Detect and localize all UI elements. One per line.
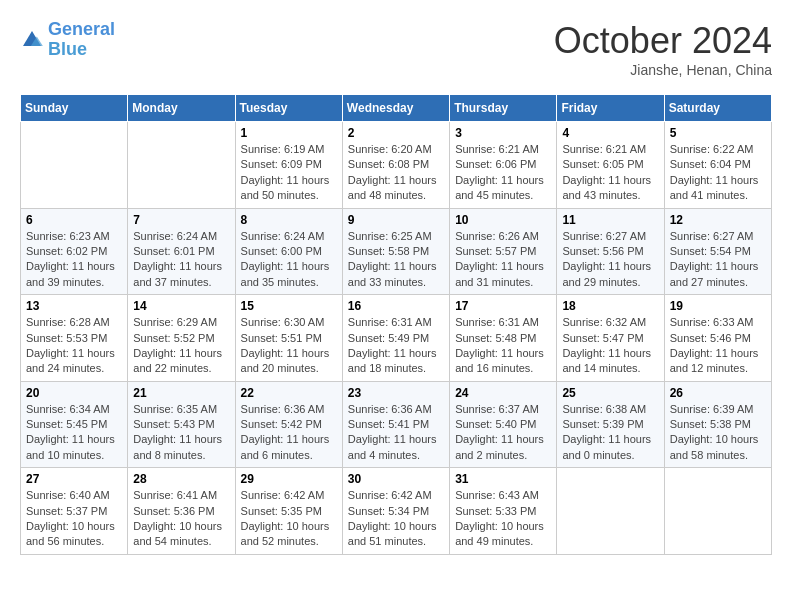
day-number: 17 — [455, 299, 551, 313]
weekday-header-cell: Saturday — [664, 95, 771, 122]
calendar-cell: 12Sunrise: 6:27 AMSunset: 5:54 PMDayligh… — [664, 208, 771, 295]
day-number: 23 — [348, 386, 444, 400]
day-info: Sunrise: 6:43 AMSunset: 5:33 PMDaylight:… — [455, 488, 551, 550]
calendar-week-row: 13Sunrise: 6:28 AMSunset: 5:53 PMDayligh… — [21, 295, 772, 382]
day-number: 3 — [455, 126, 551, 140]
calendar-week-row: 1Sunrise: 6:19 AMSunset: 6:09 PMDaylight… — [21, 122, 772, 209]
calendar-cell: 18Sunrise: 6:32 AMSunset: 5:47 PMDayligh… — [557, 295, 664, 382]
day-info: Sunrise: 6:21 AMSunset: 6:06 PMDaylight:… — [455, 142, 551, 204]
calendar-cell: 16Sunrise: 6:31 AMSunset: 5:49 PMDayligh… — [342, 295, 449, 382]
location-subtitle: Jianshe, Henan, China — [554, 62, 772, 78]
calendar-cell: 4Sunrise: 6:21 AMSunset: 6:05 PMDaylight… — [557, 122, 664, 209]
day-info: Sunrise: 6:20 AMSunset: 6:08 PMDaylight:… — [348, 142, 444, 204]
day-info: Sunrise: 6:41 AMSunset: 5:36 PMDaylight:… — [133, 488, 229, 550]
day-number: 1 — [241, 126, 337, 140]
calendar-cell: 29Sunrise: 6:42 AMSunset: 5:35 PMDayligh… — [235, 468, 342, 555]
day-info: Sunrise: 6:23 AMSunset: 6:02 PMDaylight:… — [26, 229, 122, 291]
day-number: 22 — [241, 386, 337, 400]
day-number: 8 — [241, 213, 337, 227]
calendar-cell: 28Sunrise: 6:41 AMSunset: 5:36 PMDayligh… — [128, 468, 235, 555]
calendar-cell: 31Sunrise: 6:43 AMSunset: 5:33 PMDayligh… — [450, 468, 557, 555]
calendar-week-row: 27Sunrise: 6:40 AMSunset: 5:37 PMDayligh… — [21, 468, 772, 555]
calendar-cell: 17Sunrise: 6:31 AMSunset: 5:48 PMDayligh… — [450, 295, 557, 382]
calendar-cell: 15Sunrise: 6:30 AMSunset: 5:51 PMDayligh… — [235, 295, 342, 382]
weekday-header-row: SundayMondayTuesdayWednesdayThursdayFrid… — [21, 95, 772, 122]
day-number: 25 — [562, 386, 658, 400]
day-number: 6 — [26, 213, 122, 227]
day-info: Sunrise: 6:31 AMSunset: 5:49 PMDaylight:… — [348, 315, 444, 377]
calendar-cell: 26Sunrise: 6:39 AMSunset: 5:38 PMDayligh… — [664, 381, 771, 468]
day-number: 2 — [348, 126, 444, 140]
calendar-table: SundayMondayTuesdayWednesdayThursdayFrid… — [20, 94, 772, 555]
page-header: General Blue October 2024 Jianshe, Henan… — [20, 20, 772, 78]
day-number: 29 — [241, 472, 337, 486]
weekday-header-cell: Thursday — [450, 95, 557, 122]
calendar-cell: 2Sunrise: 6:20 AMSunset: 6:08 PMDaylight… — [342, 122, 449, 209]
weekday-header-cell: Tuesday — [235, 95, 342, 122]
logo: General Blue — [20, 20, 115, 60]
day-number: 24 — [455, 386, 551, 400]
calendar-cell: 10Sunrise: 6:26 AMSunset: 5:57 PMDayligh… — [450, 208, 557, 295]
calendar-cell: 1Sunrise: 6:19 AMSunset: 6:09 PMDaylight… — [235, 122, 342, 209]
day-info: Sunrise: 6:31 AMSunset: 5:48 PMDaylight:… — [455, 315, 551, 377]
day-info: Sunrise: 6:28 AMSunset: 5:53 PMDaylight:… — [26, 315, 122, 377]
day-info: Sunrise: 6:21 AMSunset: 6:05 PMDaylight:… — [562, 142, 658, 204]
calendar-cell: 5Sunrise: 6:22 AMSunset: 6:04 PMDaylight… — [664, 122, 771, 209]
calendar-cell: 7Sunrise: 6:24 AMSunset: 6:01 PMDaylight… — [128, 208, 235, 295]
day-info: Sunrise: 6:27 AMSunset: 5:56 PMDaylight:… — [562, 229, 658, 291]
day-info: Sunrise: 6:19 AMSunset: 6:09 PMDaylight:… — [241, 142, 337, 204]
calendar-cell: 21Sunrise: 6:35 AMSunset: 5:43 PMDayligh… — [128, 381, 235, 468]
calendar-cell — [21, 122, 128, 209]
day-info: Sunrise: 6:40 AMSunset: 5:37 PMDaylight:… — [26, 488, 122, 550]
day-number: 16 — [348, 299, 444, 313]
day-number: 20 — [26, 386, 122, 400]
calendar-cell — [664, 468, 771, 555]
day-info: Sunrise: 6:42 AMSunset: 5:34 PMDaylight:… — [348, 488, 444, 550]
day-number: 11 — [562, 213, 658, 227]
calendar-cell: 20Sunrise: 6:34 AMSunset: 5:45 PMDayligh… — [21, 381, 128, 468]
calendar-cell: 30Sunrise: 6:42 AMSunset: 5:34 PMDayligh… — [342, 468, 449, 555]
calendar-cell: 19Sunrise: 6:33 AMSunset: 5:46 PMDayligh… — [664, 295, 771, 382]
day-number: 5 — [670, 126, 766, 140]
calendar-cell: 24Sunrise: 6:37 AMSunset: 5:40 PMDayligh… — [450, 381, 557, 468]
calendar-cell: 22Sunrise: 6:36 AMSunset: 5:42 PMDayligh… — [235, 381, 342, 468]
day-number: 7 — [133, 213, 229, 227]
weekday-header-cell: Friday — [557, 95, 664, 122]
calendar-cell — [557, 468, 664, 555]
weekday-header-cell: Monday — [128, 95, 235, 122]
day-info: Sunrise: 6:37 AMSunset: 5:40 PMDaylight:… — [455, 402, 551, 464]
day-info: Sunrise: 6:34 AMSunset: 5:45 PMDaylight:… — [26, 402, 122, 464]
day-info: Sunrise: 6:39 AMSunset: 5:38 PMDaylight:… — [670, 402, 766, 464]
day-info: Sunrise: 6:42 AMSunset: 5:35 PMDaylight:… — [241, 488, 337, 550]
day-info: Sunrise: 6:27 AMSunset: 5:54 PMDaylight:… — [670, 229, 766, 291]
calendar-cell: 9Sunrise: 6:25 AMSunset: 5:58 PMDaylight… — [342, 208, 449, 295]
day-info: Sunrise: 6:38 AMSunset: 5:39 PMDaylight:… — [562, 402, 658, 464]
calendar-cell: 25Sunrise: 6:38 AMSunset: 5:39 PMDayligh… — [557, 381, 664, 468]
day-number: 12 — [670, 213, 766, 227]
day-number: 18 — [562, 299, 658, 313]
day-info: Sunrise: 6:25 AMSunset: 5:58 PMDaylight:… — [348, 229, 444, 291]
day-info: Sunrise: 6:36 AMSunset: 5:42 PMDaylight:… — [241, 402, 337, 464]
day-info: Sunrise: 6:35 AMSunset: 5:43 PMDaylight:… — [133, 402, 229, 464]
calendar-cell: 8Sunrise: 6:24 AMSunset: 6:00 PMDaylight… — [235, 208, 342, 295]
day-number: 14 — [133, 299, 229, 313]
logo-text: General Blue — [48, 20, 115, 60]
month-title: October 2024 — [554, 20, 772, 62]
day-info: Sunrise: 6:36 AMSunset: 5:41 PMDaylight:… — [348, 402, 444, 464]
day-info: Sunrise: 6:22 AMSunset: 6:04 PMDaylight:… — [670, 142, 766, 204]
calendar-cell: 27Sunrise: 6:40 AMSunset: 5:37 PMDayligh… — [21, 468, 128, 555]
calendar-cell: 3Sunrise: 6:21 AMSunset: 6:06 PMDaylight… — [450, 122, 557, 209]
day-number: 4 — [562, 126, 658, 140]
day-info: Sunrise: 6:26 AMSunset: 5:57 PMDaylight:… — [455, 229, 551, 291]
day-info: Sunrise: 6:30 AMSunset: 5:51 PMDaylight:… — [241, 315, 337, 377]
day-info: Sunrise: 6:29 AMSunset: 5:52 PMDaylight:… — [133, 315, 229, 377]
logo-icon — [20, 28, 44, 52]
day-number: 15 — [241, 299, 337, 313]
title-block: October 2024 Jianshe, Henan, China — [554, 20, 772, 78]
calendar-cell: 23Sunrise: 6:36 AMSunset: 5:41 PMDayligh… — [342, 381, 449, 468]
day-number: 26 — [670, 386, 766, 400]
day-number: 31 — [455, 472, 551, 486]
calendar-week-row: 6Sunrise: 6:23 AMSunset: 6:02 PMDaylight… — [21, 208, 772, 295]
calendar-cell: 14Sunrise: 6:29 AMSunset: 5:52 PMDayligh… — [128, 295, 235, 382]
day-number: 19 — [670, 299, 766, 313]
